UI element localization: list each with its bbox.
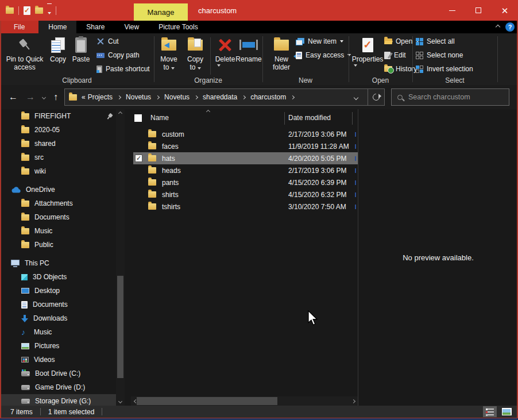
paste-shortcut-button[interactable]: Paste shortcut — [96, 63, 150, 75]
chevron-down-icon — [48, 12, 51, 14]
row-checkbox-checked[interactable] — [135, 155, 142, 162]
tab-file[interactable]: File — [0, 21, 38, 33]
file-row-selected[interactable]: hats 4/20/2020 5:05 PM — [131, 152, 358, 164]
breadcrumb-item[interactable]: Novetus — [163, 93, 191, 101]
scroll-down-button[interactable] — [116, 397, 125, 406]
address-dropdown-icon[interactable] — [354, 95, 358, 100]
breadcrumb-item[interactable]: Projects — [87, 93, 114, 101]
pin-to-quick-access-button[interactable]: Pin to Quick access — [5, 36, 45, 72]
scrollbar-thumb[interactable] — [117, 276, 123, 378]
close-button[interactable]: ✕ — [492, 0, 518, 21]
help-icon[interactable]: ? — [505, 22, 515, 32]
sidebar-item-pictures[interactable]: Pictures — [0, 339, 116, 353]
breadcrumb-item[interactable]: Novetus — [125, 93, 152, 101]
sidebar-item-attachments[interactable]: Attachments — [0, 196, 116, 210]
chevron-right-icon[interactable] — [242, 95, 246, 99]
easy-access-button[interactable]: Easy access — [296, 49, 351, 61]
desktop-icon — [21, 288, 29, 294]
select-all-checkbox[interactable] — [134, 114, 142, 122]
sidebar-item-od-documents[interactable]: Documents — [0, 210, 116, 224]
sidebar-item-storage-drive[interactable]: Storage Drive (G:) — [0, 394, 116, 406]
forward-button[interactable]: → — [24, 91, 37, 103]
file-row[interactable]: custom 2/17/2019 3:06 PM — [131, 128, 358, 140]
sort-ascending-icon — [206, 110, 210, 114]
file-row[interactable]: tshirts 3/10/2020 7:50 AM — [131, 201, 358, 213]
select-all-button[interactable]: Select all — [416, 36, 455, 47]
delete-button[interactable]: Delete — [212, 36, 238, 67]
collapse-ribbon-icon[interactable] — [496, 25, 500, 29]
column-divider[interactable] — [352, 112, 353, 125]
thumbnail-view-button[interactable] — [500, 406, 513, 417]
sidebar-item-onedrive[interactable]: OneDrive — [0, 183, 116, 196]
sidebar-item-od-music[interactable]: Music — [0, 224, 116, 238]
breadcrumb-overflow[interactable]: « — [80, 93, 87, 101]
manage-contextual-tab[interactable]: Manage — [134, 3, 188, 21]
paste-button[interactable]: Paste — [70, 36, 92, 63]
search-input[interactable] — [408, 93, 503, 101]
copy-path-button[interactable]: Copy path — [96, 49, 140, 61]
sidebar-item-od-public[interactable]: Public — [0, 238, 116, 252]
tab-home[interactable]: Home — [38, 21, 76, 33]
folder-icon[interactable] — [35, 7, 43, 14]
refresh-button[interactable] — [368, 89, 384, 105]
sidebar-item-2020-05[interactable]: 2020-05 — [0, 123, 116, 137]
file-row[interactable]: shirts 4/15/2020 6:32 PM — [131, 188, 358, 201]
breadcrumb-item[interactable]: charcustom — [249, 93, 287, 101]
scroll-marker — [355, 180, 356, 185]
select-none-button[interactable]: Select none — [416, 49, 463, 61]
sidebar-item-wiki[interactable]: wiki — [0, 164, 116, 178]
sidebar-item-src[interactable]: src — [0, 151, 116, 164]
edit-button[interactable]: Edit — [384, 49, 406, 61]
properties-button[interactable]: Properties — [351, 36, 384, 67]
scroll-up-button[interactable] — [116, 109, 125, 118]
sidebar-item-this-pc[interactable]: This PC — [0, 256, 116, 270]
customize-qat-icon[interactable] — [48, 5, 51, 17]
file-row[interactable]: pants 4/15/2020 6:39 PM — [131, 176, 358, 188]
tab-view[interactable]: View — [114, 21, 149, 33]
scroll-right-button[interactable] — [349, 396, 358, 406]
cut-button[interactable]: Cut — [96, 36, 119, 47]
chevron-right-icon[interactable] — [291, 95, 295, 99]
file-row[interactable]: heads 2/17/2019 3:06 PM — [131, 164, 358, 176]
maximize-button[interactable] — [465, 0, 492, 21]
sidebar-item-firefight[interactable]: FIREFIGHT — [0, 109, 116, 123]
breadcrumb-item[interactable]: shareddata — [202, 93, 238, 101]
details-view-button[interactable] — [483, 406, 497, 417]
copy-button[interactable]: Copy — [47, 36, 69, 63]
chevron-right-icon[interactable] — [117, 95, 121, 99]
sidebar-item-videos[interactable]: Videos — [0, 353, 116, 367]
chevron-right-icon[interactable] — [156, 95, 160, 99]
folder-icon[interactable] — [6, 7, 14, 14]
new-folder-button[interactable]: New folder — [267, 36, 296, 72]
sidebar-item-shared[interactable]: shared — [0, 137, 116, 151]
column-header-date-modified[interactable]: Date modified — [288, 114, 331, 122]
minimize-button[interactable] — [439, 0, 465, 21]
up-button[interactable]: ↑ — [49, 91, 62, 103]
chevron-right-icon[interactable] — [194, 95, 198, 99]
rename-button[interactable]: Rename — [235, 36, 262, 63]
sidebar-item-desktop[interactable]: Desktop — [0, 284, 116, 298]
sidebar-item-3d-objects[interactable]: 3D Objects — [0, 270, 116, 284]
new-item-button[interactable]: New item — [296, 36, 343, 47]
file-row[interactable]: faces 11/9/2019 11:28 AM — [131, 140, 358, 152]
properties-icon[interactable] — [24, 6, 30, 15]
search-box[interactable] — [391, 88, 509, 106]
back-button[interactable]: ← — [7, 91, 20, 103]
invert-selection-button[interactable]: Invert selection — [416, 63, 473, 75]
sidebar-item-music[interactable]: Music — [0, 325, 116, 339]
sidebar-item-documents[interactable]: Documents — [0, 298, 116, 311]
sidebar-item-downloads[interactable]: Downloads — [0, 311, 116, 325]
sidebar-scrollbar[interactable] — [116, 109, 125, 406]
column-divider[interactable] — [284, 112, 285, 125]
column-header-name[interactable]: Name — [150, 114, 169, 122]
scrollbar-thumb[interactable] — [137, 397, 277, 405]
horizontal-scrollbar[interactable] — [131, 396, 358, 406]
sidebar-item-boot-drive[interactable]: Boot Drive (C:) — [0, 367, 116, 380]
copy-to-button[interactable]: Copy to — [183, 36, 208, 72]
recent-locations-button[interactable] — [39, 91, 48, 103]
tab-share[interactable]: Share — [76, 21, 114, 33]
sidebar-item-game-drive[interactable]: Game Drive (D:) — [0, 380, 116, 394]
tab-picture-tools[interactable]: Picture Tools — [149, 21, 207, 33]
move-to-button[interactable]: Move to — [156, 36, 181, 72]
address-bar[interactable]: « Projects Novetus Novetus shareddata ch… — [64, 88, 385, 106]
